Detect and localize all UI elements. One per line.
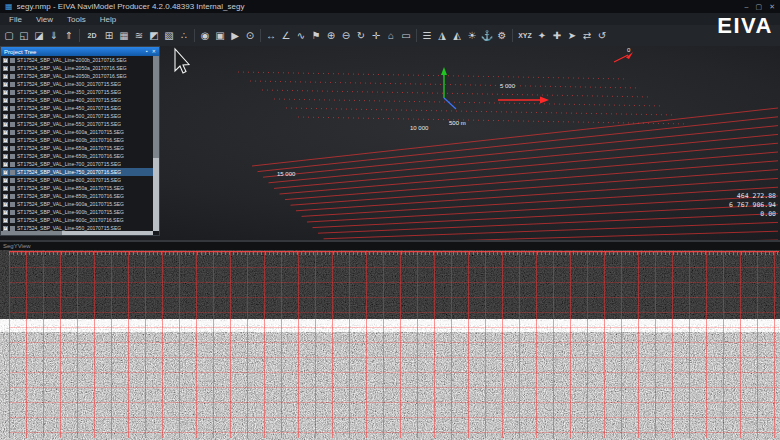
new-project-icon[interactable]: ▢ <box>2 28 16 44</box>
flag-marker-icon[interactable]: ⚑ <box>309 28 323 44</box>
checkbox-icon[interactable] <box>3 202 8 207</box>
tree-item[interactable]: ST17524_SBP_VAL_Line-650a_20170715.SEG <box>1 144 153 152</box>
wireframe-view-icon[interactable]: ▧ <box>162 28 176 44</box>
checkbox-icon[interactable] <box>3 58 8 63</box>
contour-view-icon[interactable]: ≋ <box>132 28 146 44</box>
checkbox-icon[interactable] <box>3 66 8 71</box>
checkbox-icon[interactable] <box>3 82 8 87</box>
view-2d-icon[interactable]: 2D <box>83 28 101 44</box>
pan-view-icon[interactable]: ✛ <box>369 28 383 44</box>
mesh-view-icon[interactable]: ▦ <box>117 28 131 44</box>
tree-item[interactable]: ST17524_SBP_VAL_Line-2050b_20170716.SEG <box>1 72 153 80</box>
record-video-icon[interactable]: ▶ <box>228 28 242 44</box>
tree-item[interactable]: ST17524_SBP_VAL_Line-900a_20170715.SEG <box>1 200 153 208</box>
checkbox-icon[interactable] <box>3 186 8 191</box>
axis-xyz-icon[interactable]: XYZ <box>516 28 534 44</box>
maximize-button[interactable]: ▢ <box>756 3 763 11</box>
tree-item[interactable]: ST17524_SBP_VAL_Line-850b_20170716.SEG <box>1 192 153 200</box>
compass-north-icon[interactable]: ✦ <box>535 28 549 44</box>
tree-item[interactable]: ST17524_SBP_VAL_Line-450_20170715.SEG <box>1 104 153 112</box>
terrain-model-icon[interactable]: ◮ <box>435 28 449 44</box>
checkbox-icon[interactable] <box>3 210 8 215</box>
checkbox-icon[interactable] <box>3 138 8 143</box>
checkbox-icon[interactable] <box>3 74 8 79</box>
checkbox-icon[interactable] <box>3 162 8 167</box>
menu-file[interactable]: File <box>2 15 29 24</box>
tree-item[interactable]: ST17524_SBP_VAL_Line-600a_20170715.SEG <box>1 128 153 136</box>
crosshair-icon[interactable]: ✚ <box>550 28 564 44</box>
checkbox-icon[interactable] <box>3 170 8 175</box>
checkbox-icon[interactable] <box>3 194 8 199</box>
visibility-icon[interactable]: ◉ <box>198 28 212 44</box>
import-data-icon[interactable]: ⇓ <box>47 28 61 44</box>
segy-display[interactable] <box>0 250 780 440</box>
tree-item[interactable]: ST17524_SBP_VAL_Line-300_20170715.SEG <box>1 80 153 88</box>
checkbox-icon[interactable] <box>3 106 8 111</box>
snapshot-icon[interactable]: ⊙ <box>243 28 257 44</box>
point-cloud-view-icon[interactable]: ∴ <box>177 28 191 44</box>
checkbox-icon[interactable] <box>3 218 8 223</box>
close-button[interactable]: ✕ <box>769 3 775 11</box>
zoom-in-icon[interactable]: ⊕ <box>324 28 338 44</box>
tree-item[interactable]: ST17524_SBP_VAL_Line-900b_20170715.SEG <box>1 208 153 216</box>
menu-view[interactable]: View <box>29 15 60 24</box>
zoom-out-icon[interactable]: ⊖ <box>339 28 353 44</box>
save-project-icon[interactable]: ◪ <box>32 28 46 44</box>
shaded-view-icon[interactable]: ◩ <box>147 28 161 44</box>
tree-item[interactable]: ST17524_SBP_VAL_Line-550_20170715.SEG <box>1 120 153 128</box>
tree-item[interactable]: ST17524_SBP_VAL_Line-2050a_20170716.SEG <box>1 64 153 72</box>
export-data-icon[interactable]: ⇑ <box>62 28 76 44</box>
tree-item[interactable]: ST17524_SBP_VAL_Line-2000b_20170716.SEG <box>1 56 153 64</box>
checkbox-icon[interactable] <box>3 146 8 151</box>
checkbox-icon[interactable] <box>3 90 8 95</box>
minimize-button[interactable]: – <box>745 3 749 11</box>
undo-icon[interactable]: ↺ <box>595 28 609 44</box>
tree-item[interactable]: ST17524_SBP_VAL_Line-650b_20170716.SEG <box>1 152 153 160</box>
measure-distance-icon[interactable]: ↔ <box>264 28 278 44</box>
project-tree-header[interactable]: Project Tree ▪ ✕ <box>1 47 159 56</box>
scrollbar-thumb[interactable] <box>1 231 62 235</box>
checkbox-icon[interactable] <box>3 98 8 103</box>
seabed-surface-icon[interactable]: ◭ <box>450 28 464 44</box>
camera-icon[interactable]: ▣ <box>213 28 227 44</box>
fit-extents-icon[interactable]: ▭ <box>399 28 413 44</box>
home-view-icon[interactable]: ⌂ <box>384 28 398 44</box>
tree-item[interactable]: ST17524_SBP_VAL_Line-350_20170715.SEG <box>1 88 153 96</box>
tree-item[interactable]: ST17524_SBP_VAL_Line-850a_20170715.SEG <box>1 184 153 192</box>
menu-help[interactable]: Help <box>93 15 123 24</box>
tree-item[interactable]: ST17524_SBP_VAL_Line-600b_20170716.SEG <box>1 136 153 144</box>
tree-item[interactable]: ST17524_SBP_VAL_Line-800_20170715.SEG <box>1 176 153 184</box>
checkbox-icon[interactable] <box>3 178 8 183</box>
checkbox-icon[interactable] <box>3 226 8 231</box>
rotate-view-icon[interactable]: ↻ <box>354 28 368 44</box>
eiva-logo: EIVA <box>717 15 773 37</box>
checkbox-icon[interactable] <box>3 130 8 135</box>
checkbox-icon[interactable] <box>3 122 8 127</box>
tree-horizontal-scrollbar[interactable] <box>1 231 153 235</box>
checkbox-icon[interactable] <box>3 154 8 159</box>
profile-tool-icon[interactable]: ∿ <box>294 28 308 44</box>
tree-item[interactable]: ST17524_SBP_VAL_Line-700_20170715.SEG <box>1 160 153 168</box>
pin-icon[interactable]: ▪ <box>146 49 148 54</box>
close-icon[interactable]: ✕ <box>152 49 156 54</box>
measure-angle-icon[interactable]: ∠ <box>279 28 293 44</box>
sync-views-icon[interactable]: ⇄ <box>580 28 594 44</box>
scrollbar-thumb[interactable] <box>153 56 159 158</box>
settings-icon[interactable]: ⚙ <box>495 28 509 44</box>
tree-item[interactable]: ST17524_SBP_VAL_Line-500_20170715.SEG <box>1 112 153 120</box>
tree-item[interactable]: ST17524_SBP_VAL_Line-950_20170715.SEG <box>1 224 153 231</box>
open-project-icon[interactable]: ◱ <box>17 28 31 44</box>
grid-view-icon[interactable]: ⊞ <box>102 28 116 44</box>
segfile-icon <box>10 170 15 175</box>
anchor-icon[interactable]: ⚓ <box>480 28 494 44</box>
layers-icon[interactable]: ☰ <box>420 28 434 44</box>
tree-item[interactable]: ST17524_SBP_VAL_Line-750_20170716.SEG <box>1 168 153 176</box>
tree-item[interactable]: ST17524_SBP_VAL_Line-400_20170715.SEG <box>1 96 153 104</box>
checkbox-icon[interactable] <box>3 114 8 119</box>
sun-shading-icon[interactable]: ☀ <box>465 28 479 44</box>
tree-item[interactable]: ST17524_SBP_VAL_Line-900c_20170716.SEG <box>1 216 153 224</box>
cursor-pick-icon[interactable]: ➤ <box>565 28 579 44</box>
menu-tools[interactable]: Tools <box>60 15 93 24</box>
viewport-3d[interactable]: 0 5 000 10 000 15 000 500 m 464 272.88 6… <box>0 46 780 240</box>
tree-vertical-scrollbar[interactable] <box>153 56 159 231</box>
